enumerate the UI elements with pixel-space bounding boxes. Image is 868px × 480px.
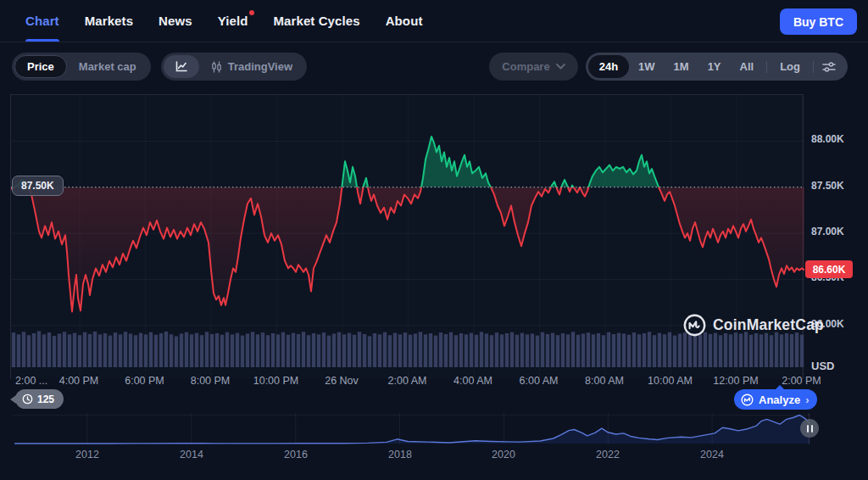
range-all-button[interactable]: All: [731, 55, 764, 78]
log-scale-button[interactable]: Log: [771, 55, 810, 78]
range-1w-button[interactable]: 1W: [629, 55, 665, 78]
y-axis-label: 88.00K: [811, 133, 844, 145]
range-year-label: 2012: [75, 449, 99, 460]
candlestick-icon: [211, 61, 222, 73]
x-axis-label: 4:00 PM: [59, 375, 99, 387]
x-axis-label: 10:00 AM: [648, 375, 693, 387]
compare-button[interactable]: Compare: [489, 53, 577, 81]
time-range-group: 24h 1W 1M 1Y All Log: [586, 53, 848, 81]
x-axis-label: 2:00 PM: [782, 375, 821, 387]
viewers-count-badge[interactable]: 125: [15, 389, 64, 409]
x-axis: 2:00 ...4:00 PM6:00 PM8:00 PM10:00 PM26 …: [10, 375, 804, 388]
x-axis-label: 6:00 PM: [125, 375, 164, 387]
range-selector-years: 2012201420162018202020222024: [12, 449, 810, 461]
watermark-text: CoinMarketCap: [713, 316, 824, 334]
nav-tabs: Chart Markets News Yield Market Cycles A…: [0, 0, 423, 42]
tradingview-toggle-button[interactable]: TradingView: [199, 60, 304, 73]
tab-about[interactable]: About: [386, 0, 423, 42]
line-chart-icon: [175, 61, 187, 72]
coinmarketcap-chart-page: Chart Markets News Yield Market Cycles A…: [0, 0, 868, 480]
analyze-button[interactable]: Analyze ›: [734, 389, 817, 410]
coinmarketcap-watermark: CoinMarketCap: [683, 314, 824, 337]
tab-news[interactable]: News: [159, 0, 192, 42]
range-selector-handle[interactable]: [800, 419, 819, 438]
notification-dot: [249, 10, 254, 15]
divider: [766, 61, 767, 73]
x-axis-label: 8:00 PM: [191, 375, 231, 387]
marketcap-toggle-button[interactable]: Market cap: [67, 55, 148, 78]
chevron-down-icon: [556, 64, 565, 70]
chart-type-toggle: TradingView: [161, 53, 307, 81]
cmc-chat-icon: [741, 393, 754, 406]
tab-chart[interactable]: Chart: [25, 0, 59, 42]
chevron-right-icon: ›: [805, 393, 809, 406]
divider: [813, 61, 814, 73]
tab-yield[interactable]: Yield: [218, 0, 248, 42]
currency-unit-label: USD: [811, 360, 834, 372]
settings-sliders-icon: [822, 61, 836, 73]
x-axis-label: 2:00 AM: [388, 375, 427, 387]
range-1m-button[interactable]: 1M: [665, 55, 698, 78]
y-axis-label: 87.50K: [811, 180, 844, 192]
range-year-label: 2018: [388, 449, 412, 460]
baseline-price-badge: 87.50K: [12, 176, 64, 196]
range-1y-button[interactable]: 1Y: [698, 55, 731, 78]
range-24h-button[interactable]: 24h: [588, 55, 629, 78]
analyze-label: Analyze: [759, 393, 800, 406]
tab-markets[interactable]: Markets: [85, 0, 133, 42]
tab-yield-label: Yield: [218, 14, 248, 28]
x-axis-label: 10:00 PM: [253, 375, 299, 387]
range-year-label: 2014: [180, 449, 203, 460]
tradingview-label: TradingView: [228, 60, 292, 73]
x-axis-label: 26 Nov: [325, 375, 359, 387]
x-axis-label: 8:00 AM: [585, 375, 624, 387]
price-chart[interactable]: [11, 95, 804, 380]
range-year-label: 2016: [284, 449, 308, 460]
x-axis-label: 12:00 PM: [713, 375, 759, 387]
compare-label: Compare: [502, 60, 549, 73]
price-toggle-button[interactable]: Price: [14, 55, 67, 78]
range-year-label: 2024: [700, 449, 724, 460]
range-year-label: 2020: [492, 449, 515, 460]
chart-toolbar-right: Compare 24h 1W 1M 1Y All Log: [489, 53, 848, 81]
chart-toolbar-left: Price Market cap TradingView: [12, 53, 307, 81]
x-axis-label: 6:00 AM: [520, 375, 559, 387]
line-chart-toggle-button[interactable]: [164, 55, 199, 78]
y-axis-label: 87.00K: [811, 226, 844, 237]
x-axis-label: 2:00 ...: [15, 375, 47, 387]
top-nav: Chart Markets News Yield Market Cycles A…: [0, 0, 868, 42]
tab-market-cycles[interactable]: Market Cycles: [273, 0, 359, 42]
coinmarketcap-logo-icon: [683, 314, 706, 337]
viewers-count: 125: [37, 393, 54, 405]
history-clock-icon: [22, 393, 33, 405]
x-axis-label: 4:00 AM: [453, 375, 492, 387]
buy-btc-button[interactable]: Buy BTC: [780, 8, 857, 35]
price-marketcap-toggle: Price Market cap: [12, 53, 151, 81]
range-year-label: 2022: [596, 449, 620, 460]
range-selector-chart[interactable]: [12, 413, 810, 444]
current-price-badge: 86.60K: [805, 260, 853, 278]
chart-settings-button[interactable]: [817, 55, 841, 78]
